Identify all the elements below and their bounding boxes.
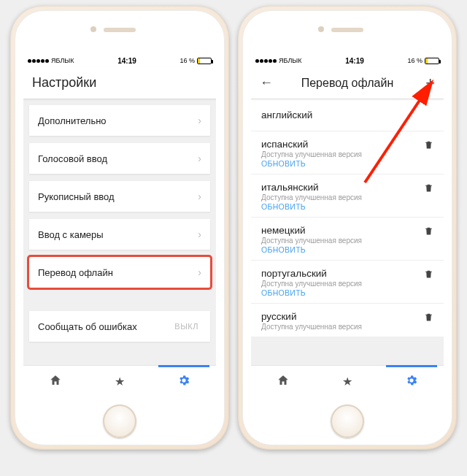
settings-list: Дополнительно › Голосовой ввод › Рукопис… [23,99,216,342]
home-icon [49,374,62,390]
carrier-label: ЯБЛЫК [279,57,302,64]
lang-row-german[interactable]: немецкий Доступна улучшенная версия ОБНО… [251,218,444,261]
battery-icon [425,58,439,64]
lang-name: португальский [261,268,424,279]
page-title: Настройки [32,75,96,91]
appbar-offline: ← Перевод офлайн + [251,67,444,99]
gear-icon [405,374,418,390]
home-button[interactable] [331,404,364,438]
lang-subtitle: Доступна улучшенная версия [261,150,424,158]
carrier-label: ЯБЛЫК [51,57,74,64]
appbar-settings: Настройки [23,67,216,99]
signal-dots-icon [255,59,277,63]
settings-row-report[interactable]: Сообщать об ошибках ВЫКЛ [29,311,210,342]
phone-mockup-left: ЯБЛЫК 14:19 16 % Настройки Дополнительно… [10,6,229,450]
row-label: Дополнительно [38,115,107,126]
status-bar: ЯБЛЫК 14:19 16 % [251,54,444,67]
lang-row-english[interactable]: английский [251,99,444,131]
gear-icon [177,374,190,390]
lang-subtitle: Доступна улучшенная версия [261,323,424,331]
home-icon [277,374,290,390]
tab-favorites[interactable]: ★ [88,366,152,397]
phone-camera [90,26,96,32]
toggle-state: ВЫКЛ [174,322,201,331]
lang-subtitle: Доступна улучшенная версия [261,193,424,201]
chevron-right-icon: › [198,115,201,126]
language-list: английский испанский Доступна улучшенная… [251,99,444,337]
lang-name: итальянский [261,182,424,193]
update-link[interactable]: ОБНОВИТЬ [261,159,424,168]
screen-right: ЯБЛЫК 14:19 16 % ← Перевод офлайн + англ [251,54,444,397]
star-icon: ★ [115,375,125,388]
clock: 14:19 [345,57,364,65]
battery-pct: 16 % [180,57,195,64]
chevron-right-icon: › [198,191,201,202]
settings-row-camera[interactable]: Ввод с камеры › [29,219,210,250]
trash-icon[interactable] [424,182,433,195]
chevron-right-icon: › [198,153,201,164]
lang-subtitle: Доступна улучшенная версия [261,237,424,245]
trash-icon[interactable] [424,268,433,281]
page-title: Перевод офлайн [277,77,417,90]
trash-icon[interactable] [424,225,433,238]
trash-icon[interactable] [424,139,433,152]
settings-row-voice[interactable]: Голосовой ввод › [29,143,210,174]
lang-row-spanish[interactable]: испанский Доступна улучшенная версия ОБН… [251,131,444,174]
trash-icon[interactable] [424,311,433,324]
lang-name: русский [261,311,424,322]
update-link[interactable]: ОБНОВИТЬ [261,245,424,254]
phone-speaker [104,28,136,32]
phone-mockup-right: ЯБЛЫК 14:19 16 % ← Перевод офлайн + англ [238,6,457,450]
tab-bar: ★ [251,365,444,397]
row-label: Ввод с камеры [38,229,104,240]
settings-row-additional[interactable]: Дополнительно › [29,105,210,136]
lang-row-italian[interactable]: итальянский Доступна улучшенная версия О… [251,174,444,218]
tab-home[interactable] [23,366,88,397]
signal-dots-icon [28,59,49,63]
row-label: Перевод офлайн [38,267,113,278]
phone-camera [318,26,324,32]
update-link[interactable]: ОБНОВИТЬ [261,288,424,297]
screen-left: ЯБЛЫК 14:19 16 % Настройки Дополнительно… [23,54,216,397]
settings-row-handwriting[interactable]: Рукописный ввод › [29,181,210,212]
lang-name: испанский [261,139,424,150]
lang-name: английский [261,110,433,120]
home-button[interactable] [103,404,136,438]
tab-favorites[interactable]: ★ [315,366,379,397]
status-bar: ЯБЛЫК 14:19 16 % [23,54,216,67]
tab-settings[interactable] [152,366,216,397]
row-label: Голосовой ввод [38,153,107,164]
row-label: Рукописный ввод [38,191,115,202]
phone-speaker [331,28,363,32]
battery-pct: 16 % [407,57,422,64]
lang-subtitle: Доступна улучшенная версия [261,280,424,288]
tab-settings[interactable] [379,366,444,397]
update-link[interactable]: ОБНОВИТЬ [261,202,424,211]
chevron-right-icon: › [198,266,201,278]
lang-name: немецкий [261,225,424,236]
row-label: Сообщать об ошибках [38,321,137,332]
tab-home[interactable] [251,366,315,397]
back-button[interactable]: ← [260,75,277,91]
lang-row-portuguese[interactable]: португальский Доступна улучшенная версия… [251,261,444,304]
add-button[interactable]: + [417,75,435,91]
tab-bar: ★ [23,365,216,397]
settings-row-offline[interactable]: Перевод офлайн › [29,257,210,288]
chevron-right-icon: › [198,229,201,240]
battery-icon [197,58,212,64]
star-icon: ★ [342,375,352,388]
lang-row-russian[interactable]: русский Доступна улучшенная версия [251,304,444,337]
clock: 14:19 [117,57,136,65]
